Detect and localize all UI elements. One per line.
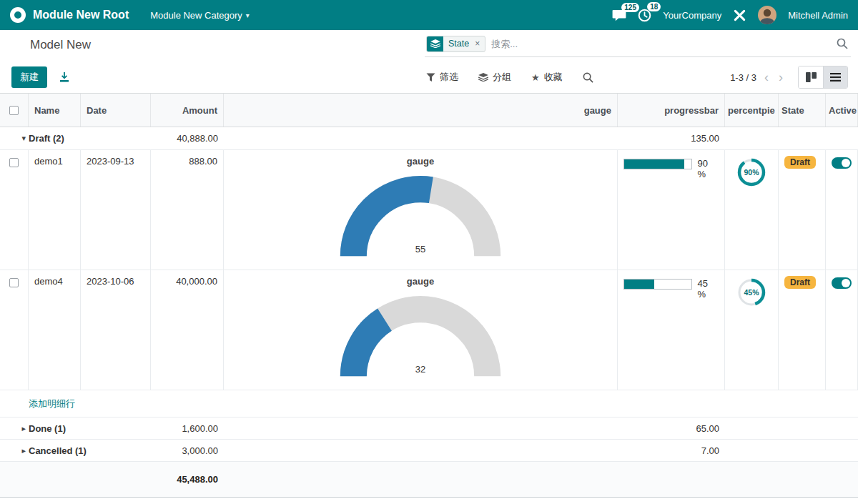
download-icon [59, 71, 70, 83]
cell-name[interactable]: demo4 [29, 270, 81, 390]
search-bar[interactable]: State × [425, 34, 851, 57]
gauge-title: gauge [230, 276, 611, 287]
cell-state: Draft [779, 270, 826, 390]
filters-label: 筛选 [440, 71, 458, 84]
cell-name[interactable]: demo1 [29, 150, 81, 270]
cell-progressbar[interactable]: 90 % [618, 150, 725, 270]
chevron-down-icon: ▾ [246, 11, 250, 19]
active-toggle[interactable] [832, 277, 852, 289]
gauge-value: 55 [230, 244, 611, 255]
facet-remove-icon[interactable]: × [474, 39, 485, 49]
expand-icon[interactable]: ▸ [0, 424, 29, 433]
active-toggle[interactable] [832, 157, 852, 169]
header-amount[interactable]: Amount [151, 94, 224, 127]
messages-count-badge: 125 [621, 3, 639, 12]
menu-module-new-category[interactable]: Module New Category ▾ [150, 10, 250, 21]
group-row-cancelled[interactable]: ▸ Cancelled (1) 3,000.00 7.00 [0, 440, 858, 462]
filters-button[interactable]: 筛选 [426, 71, 458, 84]
group-amount-total: 3,000.00 [151, 445, 224, 456]
header-progressbar[interactable]: progressbar [618, 94, 725, 127]
cell-gauge: gauge 55 [224, 150, 618, 270]
search-options-group: 筛选 分组 ★ 收藏 [426, 71, 593, 84]
user-avatar[interactable] [758, 6, 776, 24]
cell-gauge: gauge 32 [224, 270, 618, 390]
progress-label: 45 % [698, 278, 719, 300]
favorites-label: 收藏 [544, 71, 563, 84]
group-label: Done (1) [29, 423, 151, 434]
header-percentpie[interactable]: percentpie [725, 94, 779, 127]
table-header: Name Date Amount gauge progressbar perce… [0, 93, 858, 127]
app-logo-icon[interactable] [10, 7, 26, 23]
progressbar [623, 279, 692, 290]
user-menu[interactable]: Mitchell Admin [788, 10, 848, 21]
cell-amount[interactable]: 40,000.00 [151, 270, 224, 390]
view-kanban-button[interactable] [799, 66, 823, 88]
group-row-done[interactable]: ▸ Done (1) 1,600.00 65.00 [0, 417, 858, 440]
menu-label: Module New Category [150, 10, 242, 21]
group-progress-total: 7.00 [618, 445, 725, 456]
top-navbar: Module New Root Module New Category ▾ 12… [0, 0, 858, 30]
search-input[interactable] [491, 39, 831, 49]
topbar-right-group: 125 18 YourCompany Mitchell Admin [612, 6, 848, 24]
group-progress-total: 135.00 [618, 133, 725, 144]
favorites-button[interactable]: ★ 收藏 [531, 71, 563, 84]
group-progress-total: 65.00 [618, 423, 725, 434]
layers-icon [478, 73, 488, 81]
tools-icon [733, 9, 746, 22]
expand-search-button[interactable] [583, 72, 593, 83]
expand-icon[interactable]: ▸ [0, 446, 29, 455]
star-icon: ★ [531, 73, 540, 82]
company-switcher[interactable]: YourCompany [663, 10, 721, 21]
create-button[interactable]: 新建 [11, 66, 47, 88]
add-line-link[interactable]: 添加明细行 [29, 397, 75, 410]
cell-date[interactable]: 2023-09-13 [81, 150, 151, 270]
group-amount-total: 1,600.00 [151, 423, 224, 434]
cell-state: Draft [779, 150, 826, 270]
search-facet-state[interactable]: State × [426, 36, 485, 52]
add-line-row: 添加明细行 [0, 390, 858, 417]
avatar-image [758, 6, 776, 24]
gauge-title: gauge [230, 156, 611, 167]
view-switcher [798, 66, 848, 89]
cell-percentpie: 90% [725, 150, 779, 270]
row-check-cell [0, 150, 29, 270]
app-brand-title[interactable]: Module New Root [33, 9, 129, 21]
pager-previous-button[interactable]: ‹ [762, 71, 771, 84]
row-checkbox[interactable] [9, 158, 19, 167]
collapse-icon[interactable]: ▾ [0, 134, 29, 143]
header-state[interactable]: State [779, 94, 826, 127]
cell-active [826, 150, 858, 270]
kanban-icon [806, 72, 817, 82]
messages-button[interactable]: 125 [612, 9, 626, 21]
facet-label: State [443, 39, 474, 49]
cell-amount[interactable]: 888.00 [151, 150, 224, 270]
magnifier-icon [583, 72, 593, 83]
export-download-button[interactable] [59, 71, 70, 83]
header-gauge[interactable]: gauge [224, 94, 618, 127]
breadcrumb-title[interactable]: Model New [30, 38, 91, 52]
pager-next-button[interactable]: › [776, 71, 785, 84]
search-icon[interactable] [837, 38, 848, 49]
pie-label: 90% [735, 156, 768, 189]
group-amount-total: 40,888.00 [151, 133, 224, 144]
progressbar [623, 159, 692, 169]
row-checkbox[interactable] [9, 278, 19, 287]
table-row-demo1: demo1 2023-09-13 888.00 gauge 55 90 % 90… [0, 150, 858, 270]
header-name[interactable]: Name [29, 94, 81, 127]
group-label: Cancelled (1) [29, 445, 151, 456]
control-panel-bottom: 新建 筛选 分组 ★ 收藏 1-3 / 3 ‹ › [0, 60, 858, 93]
view-list-button[interactable] [823, 66, 847, 88]
select-all-checkbox[interactable] [9, 106, 19, 115]
activities-button[interactable]: 18 [638, 9, 651, 22]
developer-tools-button[interactable] [733, 9, 746, 22]
group-by-button[interactable]: 分组 [478, 71, 511, 84]
select-all-cell [0, 94, 29, 127]
group-row-draft[interactable]: ▾ Draft (2) 40,888.00 135.00 [0, 127, 858, 150]
header-date[interactable]: Date [81, 94, 151, 127]
header-active[interactable]: Active [826, 94, 858, 127]
group-label: Draft (2) [29, 133, 151, 144]
cell-date[interactable]: 2023-10-06 [81, 270, 151, 390]
footer-amount-total: 45,488.00 [151, 474, 224, 485]
cell-progressbar[interactable]: 45 % [618, 270, 725, 390]
activities-count-badge: 18 [647, 2, 661, 11]
